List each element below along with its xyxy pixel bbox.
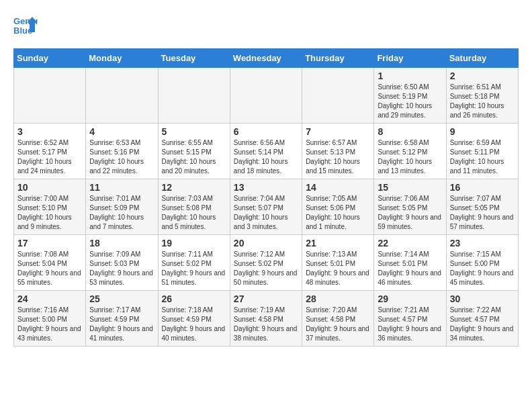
calendar-cell: 2Sunrise: 6:51 AM Sunset: 5:18 PM Daylig… bbox=[446, 68, 518, 124]
calendar-cell: 7Sunrise: 6:57 AM Sunset: 5:13 PM Daylig… bbox=[302, 124, 374, 179]
calendar-cell: 14Sunrise: 7:05 AM Sunset: 5:06 PM Dayli… bbox=[302, 179, 374, 235]
calendar-cell: 10Sunrise: 7:00 AM Sunset: 5:10 PM Dayli… bbox=[14, 179, 86, 235]
col-header-thursday: Thursday bbox=[302, 49, 374, 68]
day-number: 10 bbox=[17, 182, 82, 193]
day-info: Sunrise: 7:12 AM Sunset: 5:02 PM Dayligh… bbox=[234, 250, 298, 287]
col-header-tuesday: Tuesday bbox=[158, 49, 230, 68]
logo: General Blue bbox=[13, 13, 40, 38]
day-number: 13 bbox=[234, 182, 298, 193]
day-number: 20 bbox=[234, 238, 298, 248]
calendar-cell: 16Sunrise: 7:07 AM Sunset: 5:05 PM Dayli… bbox=[446, 179, 518, 235]
calendar-cell: 28Sunrise: 7:20 AM Sunset: 4:58 PM Dayli… bbox=[302, 291, 374, 347]
calendar-cell: 27Sunrise: 7:19 AM Sunset: 4:58 PM Dayli… bbox=[230, 291, 302, 347]
calendar-cell: 29Sunrise: 7:21 AM Sunset: 4:57 PM Dayli… bbox=[374, 291, 446, 347]
day-number: 23 bbox=[450, 238, 515, 248]
day-info: Sunrise: 6:59 AM Sunset: 5:11 PM Dayligh… bbox=[450, 138, 515, 176]
calendar-cell: 18Sunrise: 7:09 AM Sunset: 5:03 PM Dayli… bbox=[86, 235, 158, 291]
calendar-row-2: 10Sunrise: 7:00 AM Sunset: 5:10 PM Dayli… bbox=[14, 179, 519, 235]
day-number: 3 bbox=[17, 126, 82, 137]
day-info: Sunrise: 7:17 AM Sunset: 4:59 PM Dayligh… bbox=[89, 306, 154, 343]
col-header-sunday: Sunday bbox=[14, 49, 86, 68]
day-number: 28 bbox=[306, 293, 370, 304]
calendar-cell bbox=[302, 68, 374, 124]
calendar-cell: 22Sunrise: 7:14 AM Sunset: 5:01 PM Dayli… bbox=[374, 235, 446, 291]
col-header-wednesday: Wednesday bbox=[230, 49, 302, 68]
day-info: Sunrise: 6:56 AM Sunset: 5:14 PM Dayligh… bbox=[234, 138, 298, 176]
day-number: 2 bbox=[450, 71, 515, 81]
col-header-friday: Friday bbox=[374, 49, 446, 68]
col-header-monday: Monday bbox=[86, 49, 158, 68]
col-header-saturday: Saturday bbox=[446, 49, 518, 68]
day-number: 11 bbox=[89, 182, 154, 193]
day-number: 5 bbox=[162, 126, 226, 137]
day-info: Sunrise: 7:07 AM Sunset: 5:05 PM Dayligh… bbox=[450, 194, 515, 232]
header: General Blue bbox=[13, 13, 519, 38]
day-info: Sunrise: 7:11 AM Sunset: 5:02 PM Dayligh… bbox=[162, 250, 226, 287]
day-number: 15 bbox=[378, 182, 442, 193]
day-info: Sunrise: 7:22 AM Sunset: 4:57 PM Dayligh… bbox=[450, 306, 515, 343]
calendar-cell: 19Sunrise: 7:11 AM Sunset: 5:02 PM Dayli… bbox=[158, 235, 230, 291]
calendar-cell: 3Sunrise: 6:52 AM Sunset: 5:17 PM Daylig… bbox=[14, 124, 86, 179]
day-number: 19 bbox=[162, 238, 226, 248]
calendar-row-0: 1Sunrise: 6:50 AM Sunset: 5:19 PM Daylig… bbox=[14, 68, 519, 124]
day-number: 12 bbox=[162, 182, 226, 193]
calendar-cell: 13Sunrise: 7:04 AM Sunset: 5:07 PM Dayli… bbox=[230, 179, 302, 235]
calendar-cell: 20Sunrise: 7:12 AM Sunset: 5:02 PM Dayli… bbox=[230, 235, 302, 291]
calendar-cell bbox=[86, 68, 158, 124]
day-info: Sunrise: 6:51 AM Sunset: 5:18 PM Dayligh… bbox=[450, 83, 515, 120]
day-info: Sunrise: 6:58 AM Sunset: 5:12 PM Dayligh… bbox=[378, 138, 442, 176]
day-number: 27 bbox=[234, 293, 298, 304]
calendar-table: SundayMondayTuesdayWednesdayThursdayFrid… bbox=[13, 48, 519, 347]
calendar-cell: 6Sunrise: 6:56 AM Sunset: 5:14 PM Daylig… bbox=[230, 124, 302, 179]
day-number: 30 bbox=[450, 293, 515, 304]
calendar-cell: 30Sunrise: 7:22 AM Sunset: 4:57 PM Dayli… bbox=[446, 291, 518, 347]
day-info: Sunrise: 7:16 AM Sunset: 5:00 PM Dayligh… bbox=[17, 306, 82, 343]
calendar-cell: 8Sunrise: 6:58 AM Sunset: 5:12 PM Daylig… bbox=[374, 124, 446, 179]
page: General Blue SundayMondayTuesdayWednesda… bbox=[0, 0, 532, 353]
day-number: 29 bbox=[378, 293, 442, 304]
calendar-row-3: 17Sunrise: 7:08 AM Sunset: 5:04 PM Dayli… bbox=[14, 235, 519, 291]
day-number: 7 bbox=[306, 126, 370, 137]
calendar-cell: 15Sunrise: 7:06 AM Sunset: 5:05 PM Dayli… bbox=[374, 179, 446, 235]
calendar-cell: 5Sunrise: 6:55 AM Sunset: 5:15 PM Daylig… bbox=[158, 124, 230, 179]
day-info: Sunrise: 7:03 AM Sunset: 5:08 PM Dayligh… bbox=[162, 194, 226, 232]
day-info: Sunrise: 7:19 AM Sunset: 4:58 PM Dayligh… bbox=[234, 306, 298, 343]
calendar-cell: 23Sunrise: 7:15 AM Sunset: 5:00 PM Dayli… bbox=[446, 235, 518, 291]
calendar-cell bbox=[230, 68, 302, 124]
day-info: Sunrise: 7:01 AM Sunset: 5:09 PM Dayligh… bbox=[89, 194, 154, 232]
day-number: 16 bbox=[450, 182, 515, 193]
day-info: Sunrise: 6:53 AM Sunset: 5:16 PM Dayligh… bbox=[89, 138, 154, 176]
calendar-cell: 11Sunrise: 7:01 AM Sunset: 5:09 PM Dayli… bbox=[86, 179, 158, 235]
calendar-cell: 17Sunrise: 7:08 AM Sunset: 5:04 PM Dayli… bbox=[14, 235, 86, 291]
day-number: 22 bbox=[378, 238, 442, 248]
day-info: Sunrise: 7:04 AM Sunset: 5:07 PM Dayligh… bbox=[234, 194, 298, 232]
calendar-cell: 9Sunrise: 6:59 AM Sunset: 5:11 PM Daylig… bbox=[446, 124, 518, 179]
day-number: 24 bbox=[17, 293, 82, 304]
day-info: Sunrise: 7:08 AM Sunset: 5:04 PM Dayligh… bbox=[17, 250, 82, 287]
calendar-cell: 25Sunrise: 7:17 AM Sunset: 4:59 PM Dayli… bbox=[86, 291, 158, 347]
day-info: Sunrise: 7:20 AM Sunset: 4:58 PM Dayligh… bbox=[306, 306, 370, 343]
calendar-cell bbox=[14, 68, 86, 124]
day-info: Sunrise: 7:21 AM Sunset: 4:57 PM Dayligh… bbox=[378, 306, 442, 343]
logo-icon: General Blue bbox=[13, 13, 38, 38]
calendar-cell: 24Sunrise: 7:16 AM Sunset: 5:00 PM Dayli… bbox=[14, 291, 86, 347]
calendar-row-4: 24Sunrise: 7:16 AM Sunset: 5:00 PM Dayli… bbox=[14, 291, 519, 347]
day-info: Sunrise: 7:14 AM Sunset: 5:01 PM Dayligh… bbox=[378, 250, 442, 287]
day-number: 26 bbox=[162, 293, 226, 304]
day-info: Sunrise: 7:06 AM Sunset: 5:05 PM Dayligh… bbox=[378, 194, 442, 232]
day-info: Sunrise: 6:55 AM Sunset: 5:15 PM Dayligh… bbox=[162, 138, 226, 176]
day-number: 6 bbox=[234, 126, 298, 137]
day-number: 25 bbox=[89, 293, 154, 304]
calendar-cell: 4Sunrise: 6:53 AM Sunset: 5:16 PM Daylig… bbox=[86, 124, 158, 179]
day-info: Sunrise: 7:00 AM Sunset: 5:10 PM Dayligh… bbox=[17, 194, 82, 232]
day-number: 9 bbox=[450, 126, 515, 137]
day-info: Sunrise: 7:05 AM Sunset: 5:06 PM Dayligh… bbox=[306, 194, 370, 232]
day-info: Sunrise: 7:09 AM Sunset: 5:03 PM Dayligh… bbox=[89, 250, 154, 287]
calendar-cell bbox=[158, 68, 230, 124]
day-info: Sunrise: 6:50 AM Sunset: 5:19 PM Dayligh… bbox=[378, 83, 442, 120]
day-number: 1 bbox=[378, 71, 442, 81]
day-number: 4 bbox=[89, 126, 154, 137]
calendar-row-1: 3Sunrise: 6:52 AM Sunset: 5:17 PM Daylig… bbox=[14, 124, 519, 179]
day-number: 21 bbox=[306, 238, 370, 248]
day-number: 17 bbox=[17, 238, 82, 248]
